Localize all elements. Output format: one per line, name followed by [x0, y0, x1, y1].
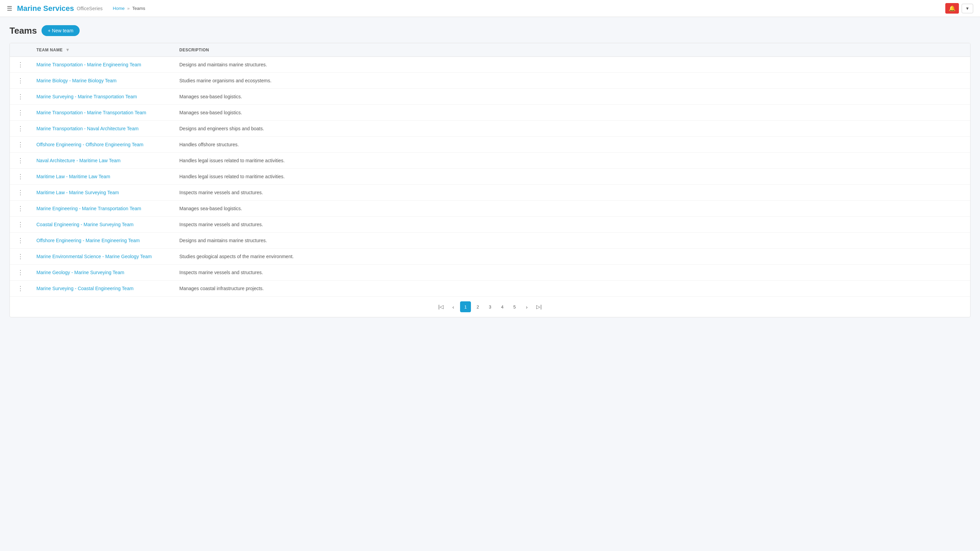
team-description-cell: Inspects marine vessels and structures. [174, 217, 970, 233]
team-name-cell: Marine Transportation - Naval Architectu… [31, 121, 174, 137]
team-name-link[interactable]: Offshore Engineering - Marine Engineerin… [37, 238, 140, 243]
teams-table: TEAM NAME ▼ DESCRIPTION ⋮Marine Transpor… [10, 43, 970, 317]
team-description-cell: Designs and engineers ships and boats. [174, 121, 970, 137]
team-name-link[interactable]: Marine Surveying - Coastal Engineering T… [37, 286, 134, 291]
row-menu-button[interactable]: ⋮ [15, 125, 25, 132]
pagination-prev-button[interactable]: ‹ [448, 301, 459, 312]
table-row: ⋮Marine Surveying - Marine Transportatio… [10, 89, 970, 105]
team-name-cell: Marine Transportation - Marine Transport… [31, 105, 174, 121]
team-name-link[interactable]: Marine Biology - Marine Biology Team [37, 78, 117, 83]
th-team-name: TEAM NAME ▼ [31, 43, 174, 57]
pagination-first-button[interactable]: |◁ [436, 301, 447, 312]
team-name-cell: Marine Geology - Marine Surveying Team [31, 265, 174, 281]
team-name-link[interactable]: Marine Environmental Science - Marine Ge… [37, 254, 152, 259]
team-name-link[interactable]: Maritime Law - Marine Surveying Team [37, 190, 119, 195]
table-row: ⋮Maritime Law - Maritime Law TeamHandles… [10, 169, 970, 185]
team-description-text: Inspects marine vessels and structures. [179, 190, 263, 195]
row-actions-cell: ⋮ [10, 281, 31, 297]
row-actions-cell: ⋮ [10, 217, 31, 233]
team-name-link[interactable]: Marine Transportation - Naval Architectu… [37, 126, 138, 131]
pagination-row: |◁‹12345›▷| [10, 297, 970, 318]
team-name-cell: Marine Engineering - Marine Transportati… [31, 201, 174, 217]
breadcrumb-home[interactable]: Home [113, 6, 125, 11]
row-menu-button[interactable]: ⋮ [15, 237, 25, 244]
team-name-cell: Maritime Law - Maritime Law Team [31, 169, 174, 185]
table-row: ⋮Offshore Engineering - Offshore Enginee… [10, 137, 970, 153]
row-menu-button[interactable]: ⋮ [15, 61, 25, 68]
new-team-button[interactable]: + New team [41, 25, 79, 36]
bell-button[interactable]: 🔔 [945, 3, 959, 14]
table-row: ⋮Offshore Engineering - Marine Engineeri… [10, 233, 970, 249]
team-name-cell: Marine Biology - Marine Biology Team [31, 73, 174, 89]
row-menu-button[interactable]: ⋮ [15, 221, 25, 228]
table-row: ⋮Marine Transportation - Naval Architect… [10, 121, 970, 137]
row-actions-cell: ⋮ [10, 121, 31, 137]
pagination-page-button[interactable]: 3 [485, 301, 495, 312]
team-name-cell: Marine Surveying - Marine Transportation… [31, 89, 174, 105]
breadcrumb-sep: » [127, 6, 130, 11]
row-menu-button[interactable]: ⋮ [15, 77, 25, 84]
team-description-cell: Studies geological aspects of the marine… [174, 249, 970, 265]
team-description-text: Manages sea-based logistics. [179, 110, 242, 115]
new-team-label: + New team [48, 28, 73, 33]
team-description-text: Inspects marine vessels and structures. [179, 270, 263, 275]
row-menu-button[interactable]: ⋮ [15, 205, 25, 212]
team-description-text: Handles legal issues related to maritime… [179, 158, 285, 163]
team-description-text: Handles offshore structures. [179, 142, 239, 147]
team-description-text: Handles legal issues related to maritime… [179, 174, 285, 179]
team-description-text: Manages coastal infrastructure projects. [179, 286, 264, 291]
th-description: DESCRIPTION [174, 43, 970, 57]
row-menu-button[interactable]: ⋮ [15, 253, 25, 260]
row-actions-cell: ⋮ [10, 105, 31, 121]
table-row: ⋮Marine Surveying - Coastal Engineering … [10, 281, 970, 297]
table-row: ⋮Coastal Engineering - Marine Surveying … [10, 217, 970, 233]
table-header-row: TEAM NAME ▼ DESCRIPTION [10, 43, 970, 57]
row-actions-cell: ⋮ [10, 249, 31, 265]
team-name-link[interactable]: Maritime Law - Maritime Law Team [37, 174, 110, 179]
pagination-page-button[interactable]: 5 [509, 301, 520, 312]
breadcrumb-current: Teams [132, 6, 145, 11]
team-name-link[interactable]: Naval Architecture - Maritime Law Team [37, 158, 121, 163]
team-description-text: Designs and maintains marine structures. [179, 238, 267, 243]
team-name-link[interactable]: Offshore Engineering - Offshore Engineer… [37, 142, 143, 147]
row-actions-cell: ⋮ [10, 201, 31, 217]
table-row: ⋮Marine Engineering - Marine Transportat… [10, 201, 970, 217]
pagination-last-button[interactable]: ▷| [533, 301, 544, 312]
team-name-link[interactable]: Marine Engineering - Marine Transportati… [37, 206, 141, 211]
team-name-link[interactable]: Marine Transportation - Marine Engineeri… [37, 62, 141, 67]
team-description-cell: Designs and maintains marine structures. [174, 57, 970, 73]
team-description-cell: Manages sea-based logistics. [174, 105, 970, 121]
row-menu-button[interactable]: ⋮ [15, 157, 25, 164]
team-name-link[interactable]: Coastal Engineering - Marine Surveying T… [37, 222, 134, 227]
pagination-page-button[interactable]: 1 [460, 301, 471, 312]
row-menu-button[interactable]: ⋮ [15, 93, 25, 100]
team-description-text: Manages sea-based logistics. [179, 206, 242, 211]
table-row: ⋮Marine Transportation - Marine Engineer… [10, 57, 970, 73]
team-name-link[interactable]: Marine Transportation - Marine Transport… [37, 110, 146, 115]
team-description-cell: Inspects marine vessels and structures. [174, 265, 970, 281]
team-description-cell: Handles legal issues related to maritime… [174, 153, 970, 169]
team-name-cell: Marine Transportation - Marine Engineeri… [31, 57, 174, 73]
filter-icon[interactable]: ▼ [65, 47, 70, 52]
pagination-next-button[interactable]: › [521, 301, 532, 312]
pagination-page-button[interactable]: 2 [472, 301, 483, 312]
menu-icon[interactable]: ☰ [7, 5, 12, 12]
row-menu-button[interactable]: ⋮ [15, 109, 25, 116]
row-actions-cell: ⋮ [10, 265, 31, 281]
row-menu-button[interactable]: ⋮ [15, 141, 25, 148]
row-menu-button[interactable]: ⋮ [15, 173, 25, 180]
row-actions-cell: ⋮ [10, 233, 31, 249]
team-name-link[interactable]: Marine Surveying - Marine Transportation… [37, 94, 137, 99]
bell-icon: 🔔 [949, 5, 956, 11]
header: ☰ Marine Services OfficeSeries Home » Te… [0, 0, 980, 17]
teams-table-container: TEAM NAME ▼ DESCRIPTION ⋮Marine Transpor… [10, 43, 970, 318]
row-menu-button[interactable]: ⋮ [15, 269, 25, 276]
row-menu-button[interactable]: ⋮ [15, 189, 25, 196]
team-description-cell: Designs and maintains marine structures. [174, 233, 970, 249]
user-dropdown-button[interactable]: ▼ [962, 4, 973, 13]
pagination: |◁‹12345›▷| [436, 301, 544, 312]
team-name-link[interactable]: Marine Geology - Marine Surveying Team [37, 270, 124, 275]
brand-subtitle: OfficeSeries [77, 6, 103, 11]
pagination-page-button[interactable]: 4 [497, 301, 508, 312]
row-menu-button[interactable]: ⋮ [15, 285, 25, 292]
